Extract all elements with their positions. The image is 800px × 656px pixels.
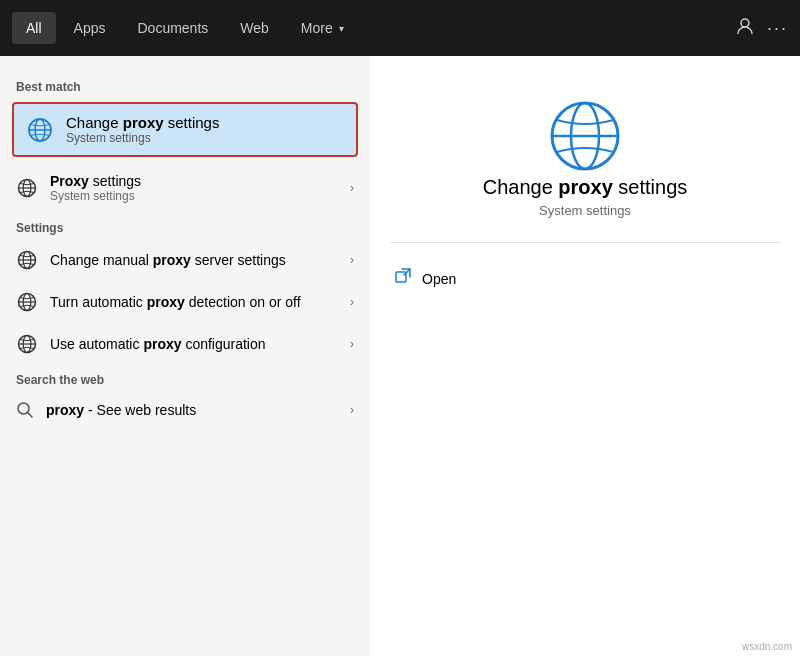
- main-area: Best match Change proxy settings: [0, 56, 800, 656]
- watermark: wsxdn.com: [742, 641, 792, 652]
- right-result-subtitle: System settings: [539, 203, 631, 218]
- proxy-settings-title: Proxy settings: [50, 173, 338, 189]
- tab-more[interactable]: More ▾: [287, 12, 358, 44]
- section-search-web: Search the web: [0, 365, 370, 391]
- auto-config-title: Use automatic proxy configuration: [50, 336, 338, 352]
- best-match-subtitle: System settings: [66, 131, 219, 145]
- auto-config-text: Use automatic proxy configuration: [50, 336, 338, 352]
- auto-detect-title: Turn automatic proxy detection on or off: [50, 294, 338, 310]
- open-label: Open: [422, 271, 456, 287]
- chevron-icon-web: ›: [350, 403, 354, 417]
- best-match-title: Change proxy settings: [66, 114, 219, 131]
- proxy-settings-subtitle: System settings: [50, 189, 338, 203]
- section-best-match: Best match: [0, 72, 370, 98]
- tab-documents[interactable]: Documents: [123, 12, 222, 44]
- person-icon[interactable]: [735, 16, 755, 40]
- right-panel: Change proxy settings System settings Op…: [370, 56, 800, 656]
- top-bar-right: ···: [735, 16, 788, 40]
- web-search-text: proxy - See web results: [46, 402, 338, 418]
- tab-apps[interactable]: Apps: [60, 12, 120, 44]
- top-bar: All Apps Documents Web More ▾: [0, 0, 800, 56]
- ellipsis-icon[interactable]: ···: [767, 18, 788, 39]
- best-match-item[interactable]: Change proxy settings System settings: [12, 102, 358, 157]
- globe-icon-proxy: [16, 177, 38, 199]
- svg-point-0: [741, 19, 749, 27]
- globe-icon-large: [545, 96, 625, 176]
- chevron-icon-proxy: ›: [350, 181, 354, 195]
- search-icon: [16, 401, 34, 419]
- chevron-down-icon: ▾: [339, 23, 344, 34]
- globe-icon-auto-detect: [16, 291, 38, 313]
- chevron-icon-auto-detect: ›: [350, 295, 354, 309]
- nav-tabs: All Apps Documents Web More ▾: [12, 12, 735, 44]
- tab-all[interactable]: All: [12, 12, 56, 44]
- chevron-icon-manual: ›: [350, 253, 354, 267]
- section-settings: Settings: [0, 213, 370, 239]
- left-panel: Best match Change proxy settings: [0, 56, 370, 656]
- svg-line-17: [28, 413, 33, 418]
- manual-proxy-item[interactable]: Change manual proxy server settings ›: [0, 239, 370, 281]
- globe-icon-best-match: [26, 116, 54, 144]
- auto-config-item[interactable]: Use automatic proxy configuration ›: [0, 323, 370, 365]
- auto-detect-item[interactable]: Turn automatic proxy detection on or off…: [0, 281, 370, 323]
- web-search-item[interactable]: proxy - See web results ›: [0, 391, 370, 429]
- tab-web[interactable]: Web: [226, 12, 283, 44]
- manual-proxy-title: Change manual proxy server settings: [50, 252, 338, 268]
- globe-icon-manual: [16, 249, 38, 271]
- globe-icon-auto-config: [16, 333, 38, 355]
- open-icon: [394, 267, 412, 290]
- open-action[interactable]: Open: [390, 259, 780, 298]
- best-match-text: Change proxy settings System settings: [66, 114, 219, 145]
- divider: [390, 242, 780, 243]
- proxy-settings-item[interactable]: Proxy settings System settings ›: [0, 163, 370, 213]
- proxy-settings-text: Proxy settings System settings: [50, 173, 338, 203]
- auto-detect-text: Turn automatic proxy detection on or off: [50, 294, 338, 310]
- chevron-icon-auto-config: ›: [350, 337, 354, 351]
- manual-proxy-text: Change manual proxy server settings: [50, 252, 338, 268]
- right-result-title: Change proxy settings: [483, 176, 688, 199]
